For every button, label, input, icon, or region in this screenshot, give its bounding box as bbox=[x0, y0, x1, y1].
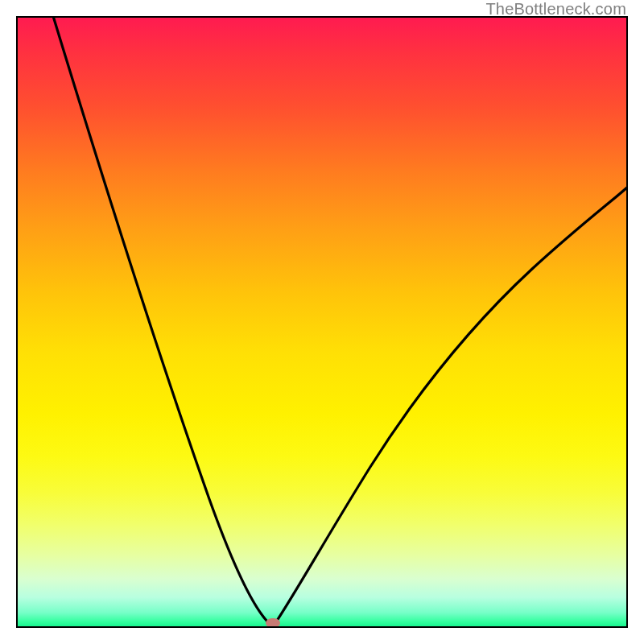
bottleneck-chart: TheBottleneck.com bbox=[0, 0, 644, 644]
watermark-text: TheBottleneck.com bbox=[485, 0, 626, 19]
curve-layer bbox=[16, 16, 628, 628]
curve-left-branch bbox=[53, 16, 267, 621]
curve-right-branch bbox=[275, 187, 628, 623]
optimal-marker bbox=[266, 618, 280, 628]
